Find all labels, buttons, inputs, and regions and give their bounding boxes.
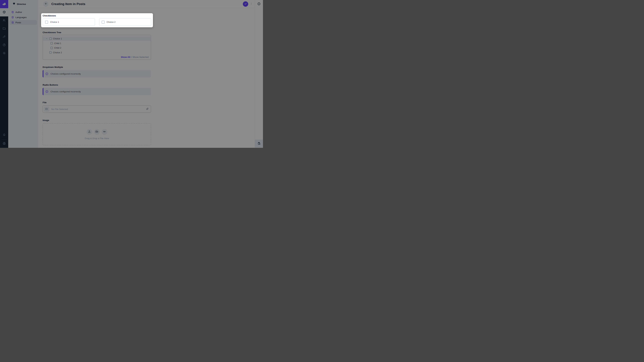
checkbox-option-choice1[interactable]: Choice 1 <box>42 18 95 26</box>
directus-app: Directus Author Languages Posts <box>0 0 263 148</box>
checkbox-option-label: Choice 2 <box>107 21 116 23</box>
checkbox-option-choice2[interactable]: Choice 2 <box>99 18 152 26</box>
checkboxes-field-spotlight: Checkboxes Choice 1 Choice 2 <box>41 13 153 27</box>
checkbox-option-label: Choice 1 <box>50 21 59 23</box>
checkboxes-label: Checkboxes <box>42 14 152 17</box>
checkbox[interactable] <box>102 21 105 24</box>
checkbox[interactable] <box>45 21 48 24</box>
